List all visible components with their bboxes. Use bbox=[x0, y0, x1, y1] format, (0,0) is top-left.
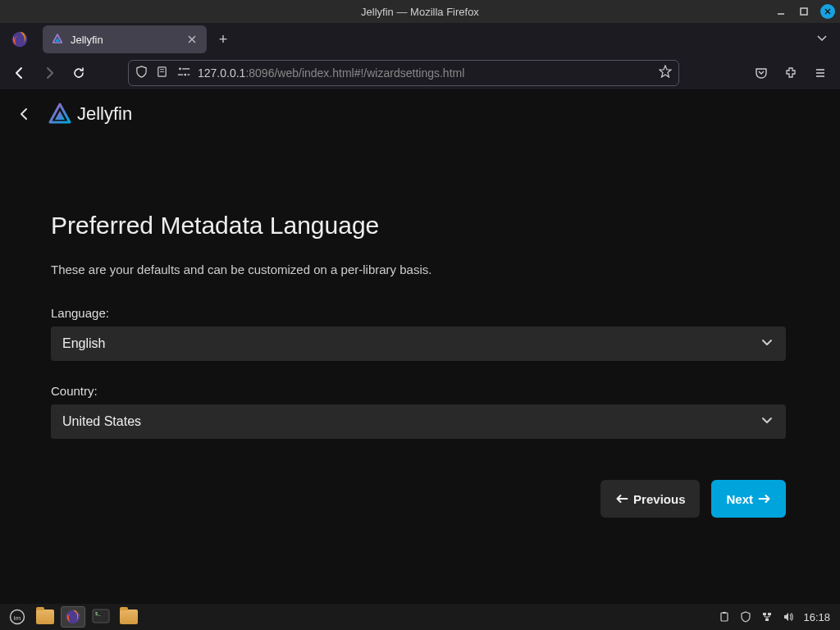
next-button[interactable]: Next bbox=[711, 480, 786, 518]
arrow-left-icon bbox=[615, 492, 628, 505]
jellyfin-logo-icon bbox=[48, 102, 72, 126]
country-select[interactable]: United States bbox=[51, 404, 786, 439]
window-minimize-button[interactable] bbox=[774, 5, 788, 18]
taskbar-firefox-button[interactable] bbox=[61, 606, 85, 628]
url-bar[interactable]: 127.0.0.1:8096/web/index.html#!/wizardse… bbox=[128, 60, 679, 86]
page-info-icon[interactable] bbox=[156, 66, 168, 80]
volume-icon[interactable] bbox=[782, 610, 795, 623]
tabs-dropdown-button[interactable] bbox=[815, 31, 829, 48]
taskbar-folder-button[interactable] bbox=[116, 606, 141, 628]
taskbar-clock[interactable]: 16:18 bbox=[803, 611, 830, 623]
page-subtitle: These are your defaults and can be custo… bbox=[51, 262, 789, 276]
clipboard-icon[interactable] bbox=[718, 610, 731, 623]
reload-button[interactable] bbox=[66, 60, 92, 86]
window-maximize-button[interactable] bbox=[797, 5, 810, 18]
svg-point-12 bbox=[184, 73, 186, 75]
next-label: Next bbox=[726, 492, 753, 506]
previous-label: Previous bbox=[633, 492, 685, 506]
window-title: Jellyfin — Mozilla Firefox bbox=[361, 6, 479, 18]
url-text: 127.0.0.1:8096/web/index.html#!/wizardse… bbox=[198, 66, 652, 80]
jellyfin-back-button[interactable] bbox=[15, 104, 34, 124]
country-value: United States bbox=[62, 414, 760, 429]
wizard-content: Preferred Metadata Language These are yo… bbox=[0, 138, 840, 518]
browser-tab[interactable]: Jellyfin bbox=[43, 25, 207, 53]
new-tab-button[interactable]: + bbox=[212, 28, 235, 51]
extensions-button[interactable] bbox=[778, 60, 804, 86]
tab-title: Jellyfin bbox=[71, 34, 179, 46]
network-icon[interactable] bbox=[760, 610, 774, 623]
jellyfin-favicon bbox=[51, 33, 64, 46]
language-value: English bbox=[62, 336, 760, 351]
chevron-down-icon bbox=[760, 413, 774, 431]
window-close-button[interactable] bbox=[820, 4, 835, 19]
svg-point-10 bbox=[179, 67, 181, 70]
start-menu-button[interactable]: lm bbox=[5, 606, 30, 628]
svg-rect-25 bbox=[763, 613, 766, 615]
security-icon[interactable] bbox=[739, 610, 752, 623]
firefox-icon bbox=[8, 28, 31, 51]
window-titlebar: Jellyfin — Mozilla Firefox bbox=[0, 0, 840, 23]
arrow-right-icon bbox=[758, 492, 771, 505]
shield-icon[interactable] bbox=[135, 66, 148, 80]
forward-button[interactable] bbox=[36, 60, 62, 86]
svg-text:lm: lm bbox=[14, 614, 21, 622]
browser-nav-toolbar: 127.0.0.1:8096/web/index.html#!/wizardse… bbox=[0, 56, 840, 90]
language-select[interactable]: English bbox=[51, 326, 786, 361]
country-label: Country: bbox=[51, 384, 789, 398]
pocket-button[interactable] bbox=[748, 60, 774, 86]
bookmark-star-icon[interactable] bbox=[659, 65, 672, 80]
previous-button[interactable]: Previous bbox=[600, 480, 700, 518]
desktop-taskbar: lm $_ 16:18 bbox=[0, 604, 840, 630]
page-title: Preferred Metadata Language bbox=[51, 212, 789, 240]
jellyfin-header: Jellyfin bbox=[0, 90, 840, 138]
back-button[interactable] bbox=[7, 60, 33, 86]
permissions-icon[interactable] bbox=[176, 66, 191, 80]
svg-text:$_: $_ bbox=[95, 611, 101, 616]
tab-close-button[interactable] bbox=[185, 33, 199, 46]
browser-tab-strip: Jellyfin + bbox=[0, 23, 840, 56]
jellyfin-logo: Jellyfin bbox=[48, 102, 132, 126]
svg-rect-27 bbox=[765, 619, 769, 621]
svg-rect-1 bbox=[801, 8, 807, 15]
jellyfin-brand-text: Jellyfin bbox=[77, 103, 132, 125]
taskbar-files-button[interactable] bbox=[33, 606, 57, 628]
app-menu-button[interactable] bbox=[807, 60, 833, 86]
svg-rect-26 bbox=[768, 613, 771, 615]
language-label: Language: bbox=[51, 306, 789, 320]
svg-rect-24 bbox=[723, 612, 726, 614]
taskbar-terminal-button[interactable]: $_ bbox=[89, 606, 113, 628]
chevron-down-icon bbox=[760, 335, 774, 353]
svg-rect-23 bbox=[721, 613, 728, 621]
